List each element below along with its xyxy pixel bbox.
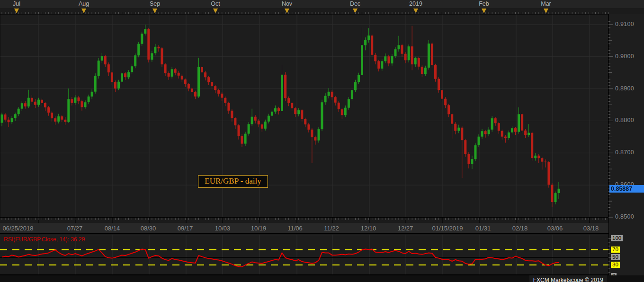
date-label: 09/17 xyxy=(178,225,193,232)
date-label: 10/03 xyxy=(215,225,231,232)
price-axis-label: 0.8900 xyxy=(615,85,634,92)
date-label: 06/25/2018 xyxy=(2,225,33,232)
rsi-axis-label: 30 xyxy=(611,262,620,268)
month-marker-icon xyxy=(413,9,418,13)
date-label: 03/06 xyxy=(547,225,563,232)
date-label: 01/15/2019 xyxy=(432,225,463,232)
month-marker-icon xyxy=(14,9,19,13)
date-label: 02/18 xyxy=(512,225,528,232)
date-label: 11/22 xyxy=(324,225,339,232)
date-label: 03/18 xyxy=(583,225,599,232)
month-marker-icon xyxy=(152,9,157,13)
brand-text: FXCM Marketscope © 2019 xyxy=(533,277,603,282)
date-label: 12/10 xyxy=(361,225,376,232)
month-marker-icon xyxy=(544,9,548,13)
instrument-label: EUR/GBP - daily xyxy=(205,176,261,185)
brand-box: FXCM Marketscope © 2019 xyxy=(529,275,607,282)
price-axis-label: 0.8500 xyxy=(615,213,634,220)
last-price-tag: 0.85887 xyxy=(609,185,644,193)
month-ruler-ticks xyxy=(0,0,644,14)
footer-bar: FXCM Marketscope © 2019 xyxy=(0,275,644,282)
trading-chart-window: JulAugSepOctNovDec2019FebMar 0.91000.900… xyxy=(0,0,644,282)
date-label: 01/31 xyxy=(475,225,491,232)
price-axis-label: 0.9100 xyxy=(615,21,634,27)
candlestick-chart[interactable] xyxy=(0,14,608,217)
date-label: 10/19 xyxy=(251,225,267,232)
rsi-indicator-label: RSI(EUR/GBP.Close, 14): 36.29 xyxy=(4,236,85,243)
rsi-axis-label: 50 xyxy=(611,254,620,260)
rsi-chart[interactable] xyxy=(0,235,608,275)
price-axis-label: 0.8700 xyxy=(615,149,634,156)
instrument-label-box[interactable]: EUR/GBP - daily xyxy=(198,175,268,188)
date-label: 11/06 xyxy=(287,225,303,232)
rsi-axis-label: 70 xyxy=(611,247,620,253)
date-label: 08/14 xyxy=(105,225,120,232)
date-label: 12/27 xyxy=(398,225,413,232)
date-label-row: 06/25/201807/2708/1408/3009/1710/0310/19… xyxy=(0,223,608,234)
price-axis-label: 0.9000 xyxy=(615,53,634,60)
price-axis-label: 0.8800 xyxy=(615,117,634,123)
date-label: 08/30 xyxy=(141,225,156,232)
date-label: 07/27 xyxy=(67,225,83,232)
rsi-line xyxy=(2,249,559,267)
rsi-axis-label: 100 xyxy=(611,235,623,241)
